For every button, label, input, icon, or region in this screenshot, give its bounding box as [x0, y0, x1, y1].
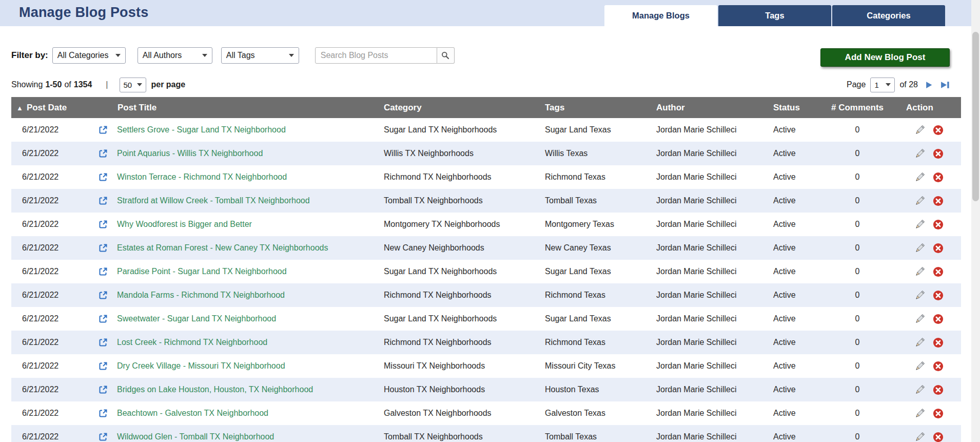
edit-icon[interactable]: [914, 266, 926, 278]
edit-icon[interactable]: [914, 431, 926, 442]
post-status: Active: [765, 331, 819, 354]
author-filter-select[interactable]: All Authors: [138, 47, 212, 64]
post-title-link[interactable]: Estates at Roman Forest - New Caney TX N…: [117, 243, 328, 253]
external-link-icon[interactable]: [99, 125, 108, 134]
post-title-link[interactable]: Stratford at Willow Creek - Tomball TX N…: [117, 196, 310, 205]
post-title-link[interactable]: Bridges on Lake Houston, Houston, TX Nei…: [117, 385, 313, 394]
delete-icon[interactable]: [933, 243, 944, 254]
delete-icon[interactable]: [933, 196, 944, 206]
tag-filter-select[interactable]: All Tags: [221, 47, 299, 64]
table-row: 6/21/2022 Winston Terrace - Richmond TX …: [11, 165, 961, 189]
delete-icon[interactable]: [933, 361, 944, 372]
edit-icon[interactable]: [914, 290, 926, 301]
external-link-icon[interactable]: [99, 196, 108, 205]
delete-icon[interactable]: [933, 148, 944, 159]
external-link-icon[interactable]: [99, 220, 108, 229]
edit-icon[interactable]: [914, 337, 926, 349]
post-title-link[interactable]: Winston Terrace - Richmond TX Neighborho…: [117, 172, 287, 182]
edit-icon[interactable]: [914, 242, 926, 254]
delete-icon[interactable]: [933, 314, 944, 324]
table-row: 6/21/2022 Sweetwater - Sugar Land TX Nei…: [11, 307, 961, 331]
table-row: 6/21/2022 Paradise Point - Sugar Land TX…: [11, 260, 961, 283]
post-date: 6/21/2022: [11, 378, 92, 401]
post-tags: Richmond Texas: [540, 165, 652, 189]
external-link-icon[interactable]: [99, 385, 108, 394]
comment-count: 0: [819, 260, 896, 283]
external-link-icon[interactable]: [99, 267, 108, 276]
post-author: Jordan Marie Schilleci: [652, 260, 765, 283]
comments-column-header: # Comments: [819, 97, 896, 118]
post-status: Active: [765, 260, 819, 283]
post-title-link[interactable]: Paradise Point - Sugar Land TX Neighborh…: [117, 267, 287, 276]
delete-icon[interactable]: [933, 337, 944, 348]
comment-count: 0: [819, 189, 896, 213]
post-title-link[interactable]: Point Aquarius - Willis TX Neighborhood: [117, 149, 263, 158]
post-status: Active: [765, 283, 819, 307]
external-link-icon[interactable]: [99, 291, 108, 300]
post-title-link[interactable]: Why Woodforest is Bigger and Better: [117, 220, 252, 229]
post-title-link[interactable]: Beachtown - Galveston TX Neighborhood: [117, 409, 268, 418]
per-page-label: per page: [151, 80, 186, 89]
post-title-link[interactable]: Dry Creek Village - Missouri TX Neighbor…: [117, 361, 285, 371]
delete-icon[interactable]: [933, 408, 944, 419]
external-link-icon[interactable]: [99, 409, 108, 418]
tab-tags[interactable]: Tags: [718, 5, 831, 26]
edit-icon[interactable]: [914, 384, 926, 396]
delete-icon[interactable]: [933, 266, 944, 277]
post-status: Active: [765, 189, 819, 213]
edit-icon[interactable]: [914, 219, 926, 230]
manage-blog-posts-page: Manage Blog Posts Manage Blogs Tags Cate…: [0, 0, 980, 442]
delete-icon[interactable]: [933, 125, 944, 136]
last-page-button[interactable]: [940, 81, 950, 89]
delete-icon[interactable]: [933, 172, 944, 183]
table-header-row: ▲Post Date Post Title Category Tags Auth…: [11, 97, 961, 118]
add-new-blog-post-button[interactable]: Add New Blog Post: [820, 48, 950, 67]
edit-icon[interactable]: [914, 313, 926, 325]
page-count-label: of 28: [899, 80, 918, 89]
edit-icon[interactable]: [914, 408, 926, 419]
tab-manage-blogs[interactable]: Manage Blogs: [604, 5, 717, 26]
post-title-link[interactable]: Sweetwater - Sugar Land TX Neighborhood: [117, 314, 276, 323]
edit-icon[interactable]: [914, 148, 926, 160]
post-tags: Willis Texas: [540, 142, 652, 165]
post-category: Tomball TX Neighborhoods: [380, 189, 540, 213]
author-column-header: Author: [652, 97, 765, 118]
table-row: 6/21/2022 Point Aquarius - Willis TX Nei…: [11, 142, 961, 165]
next-page-button[interactable]: [925, 81, 933, 89]
external-link-icon[interactable]: [99, 338, 108, 347]
post-category: Tomball TX Neighborhoods: [380, 425, 540, 442]
post-date: 6/21/2022: [11, 425, 92, 442]
post-title-link[interactable]: Lost Creek - Richmond TX Neighborhood: [117, 338, 267, 347]
external-link-icon[interactable]: [99, 243, 108, 253]
filter-by-label: Filter by:: [11, 50, 48, 61]
external-link-icon[interactable]: [99, 314, 108, 323]
post-title-link[interactable]: Mandola Farms - Richmond TX Neighborhood: [117, 291, 285, 300]
post-status: Active: [765, 425, 819, 442]
edit-icon[interactable]: [914, 124, 926, 136]
external-link-icon[interactable]: [99, 361, 108, 371]
showing-total: 1354: [74, 80, 92, 89]
showing-summary: Showing 1-50 of 1354 | 50 per page: [11, 78, 185, 92]
category-filter-select[interactable]: All Categories: [52, 47, 126, 64]
per-page-select[interactable]: 50: [120, 78, 146, 92]
delete-icon[interactable]: [933, 385, 944, 395]
delete-icon[interactable]: [933, 219, 944, 230]
post-date-column-header[interactable]: ▲Post Date: [11, 97, 92, 118]
delete-icon[interactable]: [933, 432, 944, 442]
post-title-link[interactable]: Wildwood Glen - Tomball TX Neighborhood: [117, 432, 274, 441]
edit-icon[interactable]: [914, 171, 926, 183]
page-select[interactable]: 1: [870, 78, 895, 92]
scrollbar[interactable]: [971, 0, 980, 442]
search-input[interactable]: [315, 47, 437, 64]
edit-icon[interactable]: [914, 195, 926, 207]
edit-icon[interactable]: [914, 360, 926, 372]
post-title-link[interactable]: Settlers Grove - Sugar Land TX Neighborh…: [117, 125, 286, 134]
search-button[interactable]: [437, 47, 455, 64]
scrollbar-thumb[interactable]: [972, 32, 979, 201]
delete-icon[interactable]: [933, 290, 944, 301]
search-box: [315, 47, 455, 64]
external-link-icon[interactable]: [99, 432, 108, 441]
external-link-icon[interactable]: [99, 149, 108, 158]
external-link-icon[interactable]: [99, 172, 108, 182]
tab-categories[interactable]: Categories: [832, 5, 945, 26]
